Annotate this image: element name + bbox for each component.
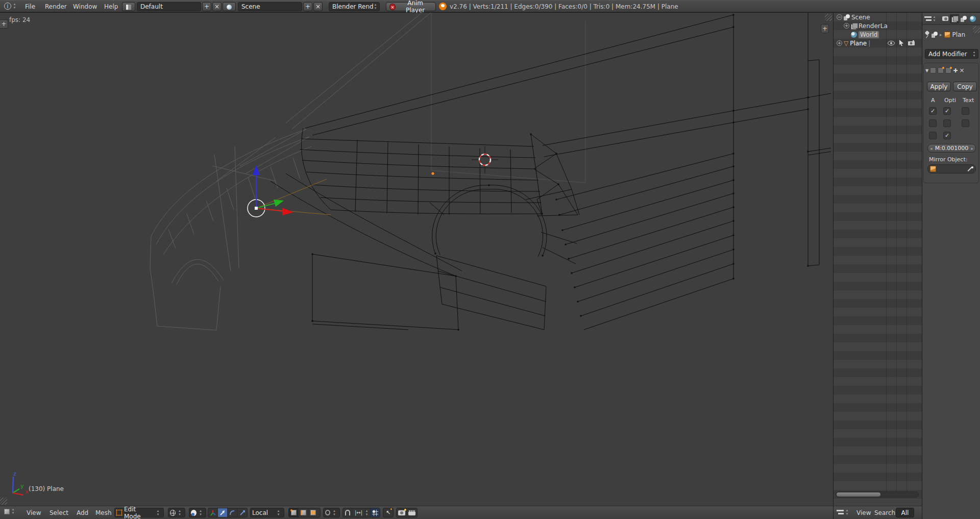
manipulate-centers-button[interactable]: ↖ [383, 508, 393, 517]
tab-render[interactable] [941, 14, 950, 23]
3d-viewport[interactable]: z y x fps: 24 (130) Plane + + ▴▾ View Se… [0, 13, 833, 519]
area-resize-grip-bottom-left[interactable] [0, 498, 7, 505]
selectability-cursor-icon[interactable] [899, 40, 904, 46]
tool-shelf-expand-button[interactable]: + [0, 19, 8, 29]
checkbox-axis-z[interactable] [929, 132, 937, 139]
render-engine-dropdown[interactable]: Blender Render ▴▾ [329, 2, 380, 11]
selected-vertex[interactable] [431, 172, 434, 175]
editor-type-selector-info[interactable]: i ▴▾ [4, 3, 18, 10]
scene-add-button[interactable]: + [303, 2, 312, 11]
pivot-point-dropdown[interactable]: ▴▾ [189, 508, 206, 517]
scene-field[interactable]: Scene [238, 2, 302, 11]
expand-icon[interactable]: + [844, 23, 849, 29]
slider-increase-icon[interactable]: ▸ [971, 144, 973, 153]
outliner-item-scene[interactable]: − Scene [834, 13, 922, 21]
checkbox-clipping[interactable] [943, 119, 951, 127]
properties-header: ▴▾ [922, 13, 980, 25]
area-resize-grip-top-right[interactable] [825, 14, 832, 21]
modifier-delete-icon[interactable]: × [959, 67, 964, 74]
menu-render[interactable]: Render [45, 1, 67, 13]
screen-layout-field[interactable]: Default [137, 2, 201, 11]
column-label-textures: Text [963, 97, 974, 104]
expand-icon[interactable]: + [837, 40, 842, 46]
checkbox-axis-x[interactable]: ✓ [929, 107, 937, 115]
proportional-edit-dropdown[interactable]: ▴▾ [323, 508, 340, 517]
anim-player-button[interactable]: × Anim Player [386, 2, 436, 11]
select-mode-buttons [288, 508, 321, 517]
screen-layout-add-button[interactable]: + [202, 2, 211, 11]
editor-type-selector-outliner[interactable]: ▴▾ [837, 509, 851, 516]
menu-mesh[interactable]: Mesh [95, 506, 112, 519]
modifier-copy-button[interactable]: Copy [953, 82, 977, 91]
modifier-render-toggle-icon[interactable] [930, 67, 936, 73]
properties-shelf-expand-button[interactable]: + [821, 24, 829, 33]
modifier-editmode-toggle-icon[interactable] [945, 67, 951, 73]
edge-select-button[interactable] [299, 508, 308, 517]
editor-type-selector-properties[interactable]: ▴▾ [924, 15, 938, 22]
renderability-camera-icon[interactable] [908, 40, 915, 45]
snap-toggle-button[interactable] [343, 508, 352, 517]
fps-counter: fps: 24 [9, 16, 30, 23]
snap-target-button[interactable] [371, 508, 380, 517]
opengl-render-anim-button[interactable] [407, 508, 417, 517]
outliner-item-plane[interactable]: + ▽ Plane | [834, 39, 922, 47]
outliner-item-world[interactable]: World [834, 30, 922, 39]
outliner-menu-view[interactable]: View [856, 506, 871, 519]
eyedropper-icon[interactable] [968, 166, 973, 172]
opengl-render-image-button[interactable] [397, 508, 407, 517]
snap-element-dropdown[interactable]: |↔| [352, 508, 365, 517]
scene-close-button[interactable]: × [313, 2, 323, 11]
outliner-menu-search[interactable]: Search [874, 506, 895, 519]
translate-manipulator-button[interactable] [218, 508, 228, 517]
add-modifier-dropdown[interactable]: Add Modifier ▴▾ [925, 49, 978, 59]
checkbox-axis-y[interactable] [929, 119, 937, 127]
manipulator-toggle-button[interactable] [208, 508, 218, 517]
menu-add[interactable]: Add [77, 506, 88, 519]
tab-world[interactable] [968, 14, 977, 23]
snap-element-arrows[interactable]: ▴▾ [365, 508, 371, 517]
3d-cursor [472, 146, 498, 173]
blender-logo-icon [439, 3, 447, 10]
outliner-h-scrollbar[interactable] [836, 491, 919, 498]
menu-window[interactable]: Window [73, 1, 97, 13]
transform-orientation-dropdown[interactable]: Local ▴▾ [250, 508, 284, 517]
outliner-header: ▴▾ View Search All [834, 506, 922, 519]
screen-layout-browse-button[interactable] [122, 2, 135, 11]
viewport-shading-dropdown[interactable]: ▴▾ [168, 508, 185, 517]
menu-help[interactable]: Help [104, 1, 118, 13]
vertex-select-button[interactable] [289, 508, 299, 517]
screen-layout-close-button[interactable]: × [212, 2, 222, 11]
pin-icon[interactable] [924, 31, 929, 38]
collapse-icon[interactable]: − [837, 14, 842, 20]
slider-decrease-icon[interactable]: ◂ [930, 144, 933, 153]
tab-render-layers[interactable] [950, 14, 959, 23]
rotate-manipulator-button[interactable] [228, 508, 237, 517]
modifier-view-toggle-icon[interactable] [938, 67, 944, 73]
scale-manipulator-button[interactable] [237, 508, 247, 517]
modifier-apply-button[interactable]: Apply [927, 82, 951, 91]
editor-type-selector-3dview[interactable]: ▴▾ [4, 508, 17, 515]
outliner-item-renderlayers[interactable]: + RenderLa [834, 21, 922, 30]
checkbox-texture-u[interactable] [962, 107, 969, 115]
scrollbar-thumb[interactable] [837, 492, 880, 497]
modifier-move-icon[interactable]: ✚ [953, 67, 958, 74]
face-select-button[interactable] [308, 508, 318, 517]
mirror-object-field[interactable] [927, 164, 976, 174]
visibility-eye-icon[interactable] [888, 41, 895, 45]
outliner-display-filter[interactable]: All [896, 508, 914, 517]
tab-scene[interactable] [959, 14, 968, 23]
scene-browse-button[interactable] [223, 2, 236, 11]
properties-editor-icon [924, 16, 931, 22]
menu-file[interactable]: File [25, 1, 35, 13]
checkbox-vertex-groups[interactable]: ✓ [943, 132, 951, 139]
menu-select[interactable]: Select [50, 506, 68, 519]
render-tab-icon [942, 16, 948, 21]
merge-limit-slider[interactable]: ◂ M:0.001000 ▸ [927, 144, 976, 153]
wireframe-car-mesh: z y x [0, 13, 833, 506]
checkbox-merge[interactable]: ✓ [943, 107, 951, 115]
checkbox-texture-v[interactable] [962, 119, 969, 127]
editor-switch-arrows-icon: ▴▾ [11, 508, 15, 515]
panel-collapse-icon[interactable]: ▼ [925, 68, 928, 73]
mode-dropdown[interactable]: Edit Mode ▴▾ [114, 508, 164, 517]
menu-view[interactable]: View [27, 506, 41, 519]
